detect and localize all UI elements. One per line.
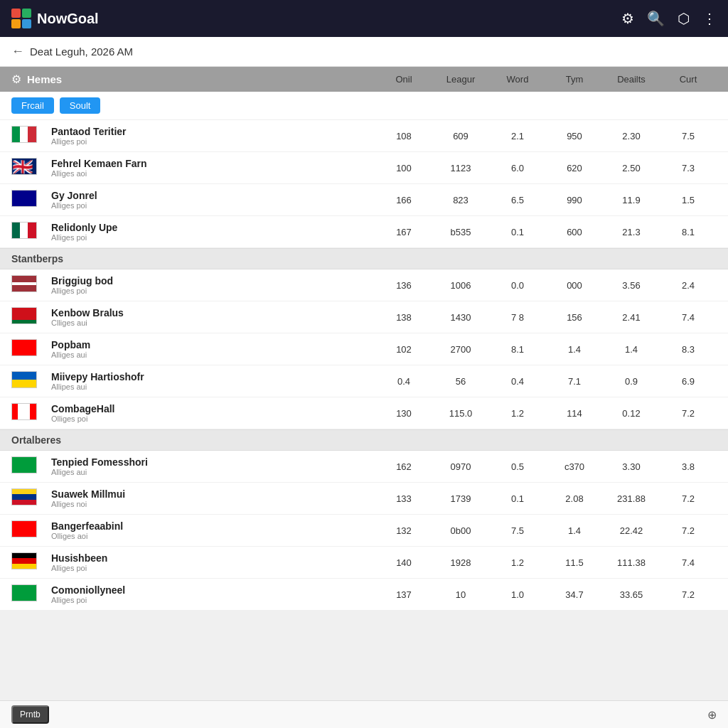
cell-value: 6.9 (660, 376, 717, 387)
cell-value: 7 8 (489, 312, 546, 323)
row-subtitle: Olliges aoi (51, 532, 375, 540)
country-flag (11, 339, 37, 356)
row-info: HusishbeenAlliges poi (51, 552, 375, 572)
cell-value: 231.88 (603, 493, 660, 504)
country-flag (11, 307, 37, 324)
row-info: Suawek MillmuiAlliges noi (51, 488, 375, 508)
row-info: CombageHallOlliges poi (51, 403, 375, 423)
col-tym: Tym (546, 74, 603, 85)
cell-value: 138 (375, 312, 432, 323)
row-columns: 13814307 81562.417.4 (375, 312, 717, 323)
cell-value: 0.9 (603, 376, 660, 387)
row-columns: 130115.01.21140.127.2 (375, 408, 717, 419)
flag-column (11, 190, 43, 210)
row-columns: 1086092.19502.307.5 (375, 131, 717, 141)
cell-value: 3.8 (660, 461, 717, 472)
main-table: Pantaod TeritierAlliges poi1086092.19502… (0, 120, 728, 611)
search-icon[interactable]: 🔍 (647, 10, 665, 27)
group-label-1: Stantberps (0, 248, 728, 269)
row-info: PopbamAlliges aui (51, 339, 375, 359)
more-icon[interactable]: ⋮ (702, 10, 717, 27)
cell-value: 136 (375, 280, 432, 291)
row-name: Suawek Millmui (51, 488, 375, 500)
flag-column (11, 552, 43, 572)
cell-value: 7.2 (660, 493, 717, 504)
cell-value: 7.5 (489, 525, 546, 536)
cell-value: 33.65 (603, 589, 660, 600)
table-row[interactable]: Fehrel Kemaen FarnAlliges aoi10011236.06… (0, 152, 728, 184)
cell-value: 3.30 (603, 461, 660, 472)
section-gear-icon: ⚙ (11, 73, 21, 86)
table-row[interactable]: Relidonly UpeAlliges poi167b5350.160021.… (0, 216, 728, 248)
cell-value: 11.5 (546, 557, 603, 568)
row-info: BangerfeaabinlOlliges aoi (51, 520, 375, 540)
cell-value: 609 (432, 131, 489, 141)
cell-value: 156 (546, 312, 603, 323)
table-row[interactable]: Kenbow BralusClliges aui13814307 81562.4… (0, 301, 728, 333)
row-info: Briggiug bodAlliges poi (51, 275, 375, 295)
table-row[interactable]: Pantaod TeritierAlliges poi1086092.19502… (0, 120, 728, 152)
row-name: Miivepy Hartioshofr (51, 371, 375, 382)
promo-button[interactable]: Prntb (11, 705, 49, 724)
row-subtitle: Alliges aoi (51, 169, 375, 178)
cell-value: 21.3 (603, 227, 660, 237)
row-info: ComoniollyneelAlliges poi (51, 584, 375, 604)
cell-value: 823 (432, 195, 489, 205)
cell-value: 115.0 (432, 408, 489, 419)
table-row[interactable]: Briggiug bodAlliges poi13610060.00003.56… (0, 269, 728, 301)
cell-value: 22.42 (603, 525, 660, 536)
country-flag (11, 456, 37, 473)
column-headers: Onil Leagur Word Tym Deailts Curt (375, 74, 717, 85)
row-columns: 16209700.5c3703.303.8 (375, 461, 717, 472)
cell-value: 34.7 (546, 589, 603, 600)
cell-value: 133 (375, 493, 432, 504)
instagram-icon[interactable]: ⬡ (678, 10, 690, 27)
row-subtitle: Alliges aui (51, 468, 375, 476)
cell-value: 1.4 (546, 344, 603, 355)
cell-value: 132 (375, 525, 432, 536)
app-logo (11, 9, 31, 28)
row-info: Fehrel Kemaen FarnAlliges aoi (51, 158, 375, 178)
settings-icon[interactable]: ⚙ (621, 10, 634, 27)
cell-value: b535 (432, 227, 489, 237)
cell-value: 100 (375, 163, 432, 173)
table-row[interactable]: BangerfeaabinlOlliges aoi1320b007.51.422… (0, 515, 728, 547)
row-name: Kenbow Bralus (51, 307, 375, 318)
row-subtitle: Alliges poi (51, 564, 375, 572)
cell-value: 8.1 (660, 227, 717, 237)
row-columns: 1320b007.51.422.427.2 (375, 525, 717, 536)
tab-frcail[interactable]: Frcail (11, 97, 54, 114)
row-name: Comoniollyneel (51, 584, 375, 596)
table-row[interactable]: CombageHallOlliges poi130115.01.21140.12… (0, 397, 728, 429)
cell-value: 1123 (432, 163, 489, 173)
col-deailts: Deailts (603, 74, 660, 85)
country-flag (11, 584, 37, 601)
col-onil: Onil (375, 74, 432, 85)
table-row[interactable]: PopbamAlliges aui10227008.11.41.48.3 (0, 333, 728, 365)
tab-soult[interactable]: Soult (60, 97, 101, 114)
row-columns: 13610060.00003.562.4 (375, 280, 717, 291)
country-flag (11, 371, 37, 388)
flag-column (11, 275, 43, 295)
country-flag (11, 190, 37, 207)
cell-value: 0.4 (489, 376, 546, 387)
cell-value: 0.0 (489, 280, 546, 291)
table-row[interactable]: Gy JonrelAlliges poi1668236.599011.91.5 (0, 184, 728, 216)
table-row[interactable]: Suawek MillmuiAlliges noi13317390.12.082… (0, 483, 728, 515)
cell-value: 7.2 (660, 589, 717, 600)
flag-column (11, 488, 43, 508)
table-row[interactable]: Miivepy HartioshofrAllipes aui0.4560.47.… (0, 365, 728, 397)
filter-tabs: Frcail Soult (0, 92, 728, 120)
table-row[interactable]: HusishbeenAlliges poi14019281.211.5111.3… (0, 547, 728, 579)
table-row[interactable]: Tenpied FomesshoriAlliges aui16209700.5c… (0, 451, 728, 483)
cell-value: 1.5 (660, 195, 717, 205)
back-button[interactable]: ← (11, 44, 24, 59)
flag-column (11, 158, 43, 178)
cell-value: 2700 (432, 344, 489, 355)
row-name: Briggiug bod (51, 275, 375, 287)
row-name: Pantaod Teritier (51, 126, 375, 137)
cell-value: 7.3 (660, 163, 717, 173)
cell-value: 111.38 (603, 557, 660, 568)
table-row[interactable]: ComoniollyneelAlliges poi137101.034.733.… (0, 579, 728, 611)
cell-value: 1006 (432, 280, 489, 291)
